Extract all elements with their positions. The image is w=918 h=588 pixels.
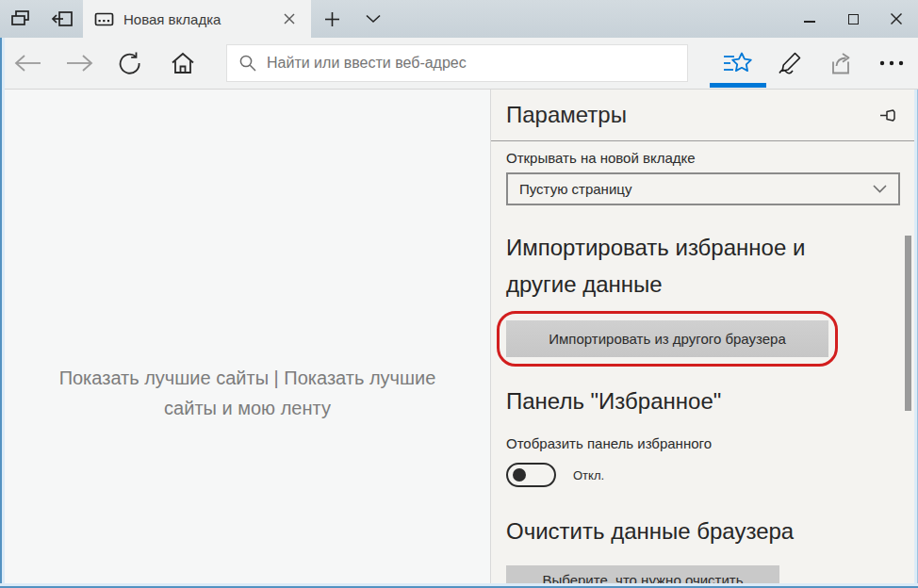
home-icon — [170, 51, 196, 75]
back-button[interactable] — [8, 44, 49, 82]
back-arrow-icon — [14, 54, 42, 73]
annotation-highlight-oval: Импортировать из другого браузера — [497, 311, 838, 367]
links-separator: | — [274, 368, 279, 388]
hub-favorites-icon — [723, 51, 753, 75]
tab-preview-icon — [9, 9, 32, 29]
address-bar[interactable] — [226, 44, 688, 82]
new-tab-button[interactable] — [311, 0, 352, 38]
search-icon — [238, 54, 257, 73]
favorites-bar-toggle[interactable] — [506, 463, 556, 487]
show-tab-previews-button[interactable] — [352, 0, 394, 38]
set-tabs-aside-button[interactable] — [41, 0, 83, 38]
panel-scrollbar-thumb[interactable] — [905, 236, 911, 411]
toolbar — [0, 38, 918, 90]
web-note-button[interactable] — [768, 44, 810, 82]
favorites-bar-heading: Панель "Избранное" — [506, 383, 874, 419]
window-border-left — [0, 38, 5, 588]
share-icon — [828, 52, 854, 75]
maximize-button[interactable] — [831, 0, 875, 38]
window-border-right — [914, 90, 918, 588]
newtab-favicon-icon — [94, 11, 114, 27]
plus-icon — [324, 11, 340, 27]
feed-options: Показать лучшие сайты | Показать лучшие … — [33, 363, 462, 423]
window-border-bottom — [0, 583, 918, 588]
settings-panel: Параметры Открывать на новой вкладке Пус… — [490, 90, 914, 583]
minimize-icon — [804, 21, 815, 23]
hub-button[interactable] — [710, 44, 766, 82]
show-top-sites-link[interactable]: Показать лучшие сайты — [59, 368, 269, 388]
choose-what-to-clear-button[interactable]: Выберите, что нужно очистить — [506, 565, 779, 583]
chevron-down-icon — [873, 185, 887, 193]
share-button[interactable] — [820, 44, 861, 82]
pin-panel-button[interactable] — [878, 105, 899, 125]
titlebar: Новая вкладка — [0, 0, 918, 38]
tab-close-button[interactable] — [277, 7, 302, 31]
more-actions-button[interactable] — [871, 44, 912, 82]
ellipsis-icon — [879, 60, 904, 66]
settings-title: Параметры — [506, 102, 627, 128]
chevron-down-icon — [366, 14, 381, 24]
refresh-button[interactable] — [109, 44, 151, 82]
settings-header: Параметры — [506, 90, 899, 140]
maximize-icon — [848, 14, 859, 24]
home-button[interactable] — [162, 44, 204, 82]
favorites-bar-toggle-row: Откл. — [506, 463, 899, 487]
window-controls — [788, 0, 918, 38]
clear-data-heading: Очистить данные браузера — [506, 513, 874, 549]
import-from-browser-button[interactable]: Импортировать из другого браузера — [506, 320, 828, 357]
close-button[interactable] — [875, 0, 918, 38]
toggle-knob — [513, 468, 526, 482]
refresh-icon — [117, 50, 143, 76]
pin-icon — [878, 105, 899, 125]
tab-title: Новая вкладка — [123, 11, 268, 27]
forward-arrow-icon — [65, 54, 93, 73]
open-with-select[interactable]: Пустую страницу — [506, 172, 900, 205]
tab-preview-button[interactable] — [0, 0, 41, 38]
pen-icon — [776, 51, 802, 75]
toggle-state-label: Откл. — [573, 468, 604, 482]
forward-button[interactable] — [58, 44, 100, 82]
import-heading: Импортировать избранное и другие данные — [506, 229, 874, 302]
address-input[interactable] — [267, 55, 676, 72]
close-icon — [890, 12, 903, 25]
show-favorites-bar-label: Отобразить панель избранного — [506, 435, 899, 451]
divider — [491, 140, 914, 141]
set-tabs-aside-icon — [50, 8, 74, 29]
open-with-label: Открывать на новой вкладке — [506, 150, 899, 166]
select-value: Пустую страницу — [519, 181, 631, 197]
tab-new-tab[interactable]: Новая вкладка — [83, 0, 311, 38]
hub-active-indicator — [710, 83, 766, 88]
close-icon — [283, 12, 296, 25]
browser-window: Новая вкладка — [0, 0, 918, 588]
new-tab-page: Показать лучшие сайты | Показать лучшие … — [5, 90, 490, 583]
minimize-button[interactable] — [788, 0, 831, 38]
